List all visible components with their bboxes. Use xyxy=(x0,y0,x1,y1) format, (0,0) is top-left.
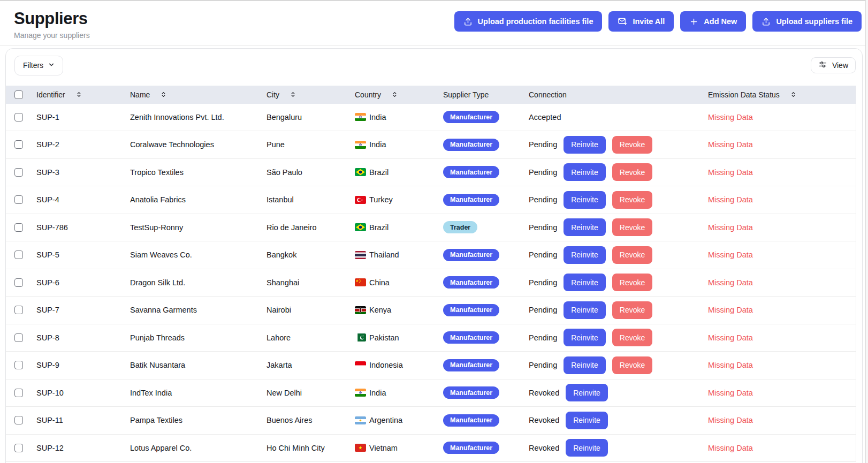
revoke-button[interactable]: Revoke xyxy=(612,246,652,264)
country-cell: Indonesia xyxy=(348,361,437,369)
reinvite-button[interactable]: Reinvite xyxy=(564,301,606,319)
row-checkbox-cell xyxy=(6,444,30,452)
country-label: Brazil xyxy=(369,168,389,177)
column-header-label: Identifier xyxy=(36,90,65,99)
reinvite-button[interactable]: Reinvite xyxy=(566,412,608,429)
row-checkbox[interactable] xyxy=(14,389,23,397)
revoke-button[interactable]: Revoke xyxy=(612,274,652,291)
supplier-type-badge: Manufacturer xyxy=(443,194,499,206)
name-cell: IndTex India xyxy=(124,389,260,397)
identifier-cell: SUP-4 xyxy=(30,195,124,204)
reinvite-button[interactable]: Reinvite xyxy=(564,246,606,264)
reinvite-button[interactable]: Reinvite xyxy=(564,329,606,346)
revoke-button[interactable]: Revoke xyxy=(612,218,652,236)
connection-status: Revoked xyxy=(529,444,559,452)
upload-suppliers-file-button[interactable]: Upload suppliers file xyxy=(752,11,862,32)
row-checkbox[interactable] xyxy=(14,306,23,314)
reinvite-button[interactable]: Reinvite xyxy=(564,274,606,291)
reinvite-button[interactable]: Reinvite xyxy=(566,384,608,401)
supplier-type-cell: Manufacturer xyxy=(437,304,522,316)
row-checkbox[interactable] xyxy=(14,416,23,424)
emission-status: Missing Data xyxy=(702,333,856,342)
revoke-button[interactable]: Revoke xyxy=(612,329,652,346)
revoke-button[interactable]: Revoke xyxy=(612,301,652,319)
revoke-button[interactable]: Revoke xyxy=(612,163,652,181)
identifier-cell: SUP-7 xyxy=(30,306,124,314)
column-header-identifier[interactable]: Identifier xyxy=(30,90,124,99)
supplier-type-cell: Manufacturer xyxy=(437,414,522,427)
filters-button[interactable]: Filters xyxy=(14,56,63,75)
revoke-button[interactable]: Revoke xyxy=(612,136,652,154)
table-row: SUP-12 Lotus Apparel Co. Ho Chi Minh Cit… xyxy=(6,435,856,462)
window-scrollbar[interactable] xyxy=(865,0,868,463)
country-cell: India xyxy=(348,140,437,149)
pakistan-flag-icon xyxy=(355,333,366,341)
connection-cell: PendingReinviteRevoke xyxy=(522,301,702,319)
row-checkbox[interactable] xyxy=(14,113,23,122)
country-label: Vietnam xyxy=(369,444,398,452)
supplier-type-cell: Manufacturer xyxy=(437,442,522,454)
reinvite-button[interactable]: Reinvite xyxy=(564,191,606,209)
row-checkbox[interactable] xyxy=(14,333,23,342)
name-cell: Coralwave Technologies xyxy=(124,140,260,149)
reinvite-button[interactable]: Reinvite xyxy=(566,439,608,457)
column-header-country[interactable]: Country xyxy=(348,90,437,99)
country-label: India xyxy=(369,113,386,122)
city-cell: Shanghai xyxy=(260,278,348,287)
chevron-down-icon xyxy=(48,61,55,70)
connection-status: Pending xyxy=(529,361,557,369)
reinvite-button[interactable]: Reinvite xyxy=(564,356,606,374)
supplier-type-cell: Manufacturer xyxy=(437,111,522,123)
add-new-button[interactable]: Add New xyxy=(680,11,746,32)
row-checkbox[interactable] xyxy=(14,444,23,452)
select-all-checkbox[interactable] xyxy=(14,90,23,99)
row-checkbox[interactable] xyxy=(14,251,23,259)
row-checkbox[interactable] xyxy=(14,168,23,177)
row-checkbox[interactable] xyxy=(14,140,23,149)
connection-cell: PendingReinviteRevoke xyxy=(522,163,702,181)
reinvite-button[interactable]: Reinvite xyxy=(564,136,606,154)
revoke-button[interactable]: Revoke xyxy=(612,356,652,374)
row-checkbox-cell xyxy=(6,361,30,369)
reinvite-button[interactable]: Reinvite xyxy=(564,163,606,181)
supplier-type-cell: Manufacturer xyxy=(437,139,522,151)
table-row: SUP-6 Dragon Silk Ltd. Shanghai China Ma… xyxy=(6,269,856,297)
sliders-icon xyxy=(818,60,827,71)
row-checkbox[interactable] xyxy=(14,223,23,232)
supplier-type-cell: Trader xyxy=(437,221,522,233)
reinvite-button[interactable]: Reinvite xyxy=(564,218,606,236)
identifier-cell: SUP-12 xyxy=(30,444,124,452)
column-header-name[interactable]: Name xyxy=(124,90,260,99)
revoke-button[interactable]: Revoke xyxy=(612,191,652,209)
row-checkbox[interactable] xyxy=(14,361,23,369)
connection-status: Pending xyxy=(529,306,557,314)
column-header-connection: Connection xyxy=(522,90,702,99)
column-header-label: Supplier Type xyxy=(443,90,489,99)
column-header-emission-data-status[interactable]: Emission Data Status xyxy=(702,90,856,99)
identifier-cell: SUP-5 xyxy=(30,251,124,259)
upload-production-facilities-file-button[interactable]: Upload production facilities file xyxy=(454,11,603,32)
table-row: SUP-786 TestSup-Ronny Rio de Janeiro Bra… xyxy=(6,214,856,242)
view-button[interactable]: View xyxy=(811,57,856,73)
city-cell: Pune xyxy=(260,140,348,149)
connection-status: Pending xyxy=(529,223,557,232)
supplier-type-cell: Manufacturer xyxy=(437,194,522,206)
country-label: Pakistan xyxy=(369,333,399,342)
row-checkbox[interactable] xyxy=(14,278,23,287)
country-label: India xyxy=(369,140,386,149)
invite-all-button[interactable]: Invite All xyxy=(608,11,674,32)
country-cell: Thailand xyxy=(348,251,437,259)
select-all-cell xyxy=(6,90,30,99)
row-checkbox[interactable] xyxy=(14,195,23,204)
emission-status: Missing Data xyxy=(702,361,856,369)
supplier-type-cell: Manufacturer xyxy=(437,386,522,399)
country-label: Thailand xyxy=(369,251,399,259)
name-cell: Anatolia Fabrics xyxy=(124,195,260,204)
emission-status: Missing Data xyxy=(702,306,856,314)
emission-status: Missing Data xyxy=(702,444,856,452)
column-header-city[interactable]: City xyxy=(260,90,348,99)
row-checkbox-cell xyxy=(6,113,30,122)
city-cell: Bangkok xyxy=(260,251,348,259)
sort-icon xyxy=(160,91,167,98)
emission-status: Missing Data xyxy=(702,195,856,204)
